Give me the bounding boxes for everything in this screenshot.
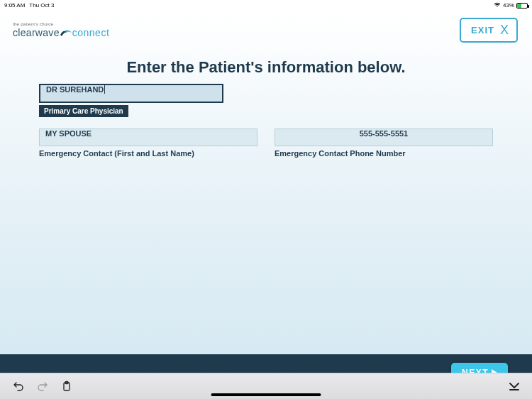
brand: the patient's choice clearwave connect: [13, 22, 109, 38]
close-icon: X: [500, 26, 509, 35]
status-date: Thu Oct 3: [29, 2, 54, 9]
redo-icon: [37, 381, 48, 392]
undo-icon[interactable]: [13, 381, 24, 392]
emergency-phone-input[interactable]: 555-555-5551: [275, 129, 493, 146]
primary-care-value: DR SUREHAND: [46, 85, 105, 94]
status-right: 43%: [494, 2, 528, 9]
exit-label: EXIT: [471, 25, 494, 35]
emergency-name-label: Emergency Contact (First and Last Name): [39, 149, 257, 158]
clipboard-icon[interactable]: [61, 381, 72, 392]
brand-tagline: the patient's choice: [13, 22, 109, 26]
battery-percent: 43%: [503, 2, 514, 9]
toolbar-left: [13, 381, 72, 392]
status-left: 9:05 AM Thu Oct 3: [4, 2, 54, 9]
emergency-phone-value: 555-555-5551: [360, 129, 409, 138]
status-time: 9:05 AM: [4, 2, 25, 9]
page-title: Enter the Patient's information below.: [0, 43, 532, 84]
primary-care-input[interactable]: DR SUREHAND: [39, 84, 223, 103]
brand-connect: connect: [72, 27, 110, 38]
toolbar-right: [508, 381, 519, 392]
row-primary-care: DR SUREHAND Primary Care Physician: [39, 84, 493, 126]
app-root: the patient's choice clearwave connect E…: [0, 11, 532, 373]
brand-swoosh-icon: [60, 28, 72, 38]
keyboard-down-icon[interactable]: [508, 381, 519, 392]
home-indicator[interactable]: [211, 393, 321, 396]
patient-form: DR SUREHAND Primary Care Physician MY SP…: [0, 84, 532, 158]
battery-icon: [516, 3, 528, 9]
emergency-name-value: MY SPOUSE: [45, 129, 92, 138]
primary-care-label: Primary Care Physician: [39, 105, 128, 117]
emergency-name-input[interactable]: MY SPOUSE: [39, 129, 257, 146]
ios-status-bar: 9:05 AM Thu Oct 3 43%: [0, 0, 532, 11]
ios-input-toolbar: [0, 373, 532, 399]
app-header: the patient's choice clearwave connect E…: [0, 11, 532, 43]
exit-button[interactable]: EXIT X: [460, 18, 518, 43]
brand-clearwave: clearwave: [13, 27, 60, 38]
brand-line: clearwave connect: [13, 27, 109, 38]
emergency-phone-label: Emergency Contact Phone Number: [275, 149, 493, 158]
row-emergency: MY SPOUSE Emergency Contact (First and L…: [39, 129, 493, 158]
wifi-icon: [494, 2, 501, 9]
